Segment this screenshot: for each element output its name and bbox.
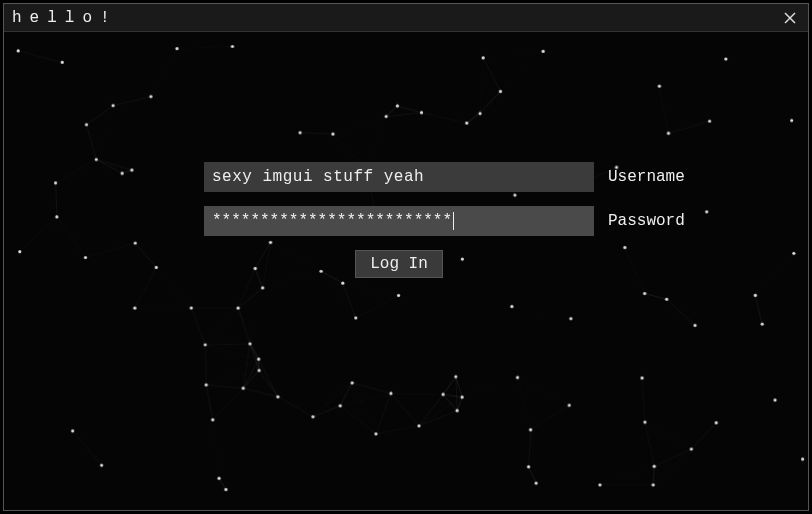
login-form: Username ************************* Passw… <box>204 162 685 278</box>
password-label: Password <box>608 212 685 230</box>
login-button[interactable]: Log In <box>355 250 443 278</box>
password-input[interactable]: ************************* <box>204 206 594 236</box>
password-row: ************************* Password <box>204 206 685 236</box>
password-masked-text: ************************* <box>212 212 452 230</box>
app-window: hello! Username ************************… <box>3 3 809 511</box>
username-input[interactable] <box>204 162 594 192</box>
titlebar[interactable]: hello! <box>4 4 808 32</box>
username-label: Username <box>608 168 685 186</box>
close-icon <box>783 11 797 25</box>
window-title: hello! <box>12 9 118 27</box>
text-caret <box>453 212 454 230</box>
username-row: Username <box>204 162 685 192</box>
close-button[interactable] <box>780 8 800 28</box>
login-row: Log In <box>204 250 594 278</box>
